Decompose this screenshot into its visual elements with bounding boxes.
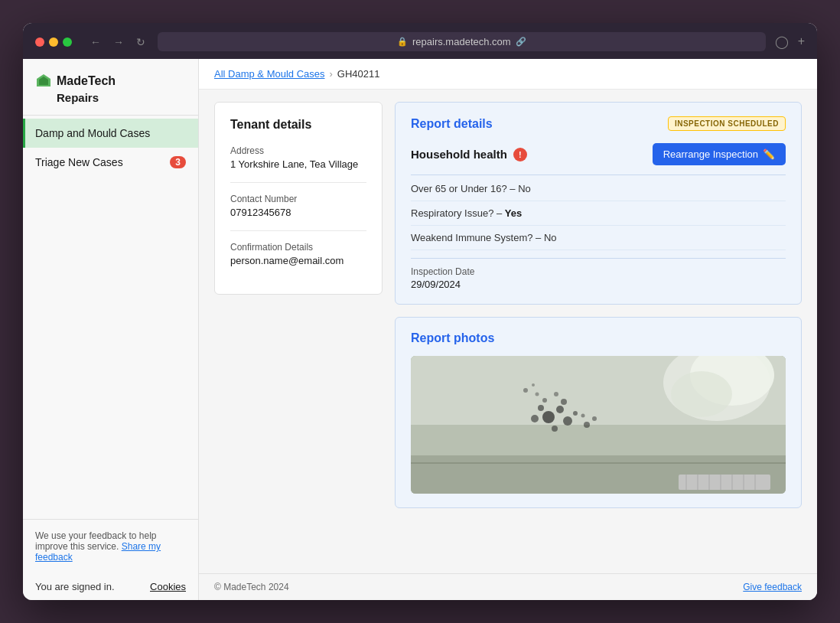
household-health-header: Household health ! Rearrange Inspection … [411,143,786,165]
field-divider [230,182,366,183]
browser-controls: ← → ↻ [87,34,148,50]
health-field-value: No [544,232,557,243]
health-field-label: Respiratory Issue? – [411,207,505,219]
sidebar-nav: Damp and Mould Cases Triage New Cases 3 [23,116,198,519]
svg-point-23 [536,393,539,396]
link-icon: 🔗 [516,37,526,47]
field-divider-2 [230,230,366,231]
report-details-title: Report details [411,117,493,131]
contact-field-group: Contact Number 07912345678 [230,194,366,218]
health-divider [411,175,786,175]
pencil-icon: ✏️ [763,148,775,160]
breadcrumb: All Damp & Mould Cases › GH40211 [199,59,817,90]
health-field-label: Over 65 or Under 16? – [411,183,518,194]
svg-point-13 [531,415,539,422]
breadcrumb-separator: › [330,68,333,80]
svg-point-19 [592,416,597,421]
traffic-lights [35,38,72,47]
mould-photo-svg [411,356,786,494]
address-label: Address [230,145,366,156]
sidebar-item-label: Triage New Cases [35,156,123,168]
sidebar-item-triage[interactable]: Triage New Cases 3 [23,148,198,177]
give-feedback-link[interactable]: Give feedback [743,582,802,592]
reload-button[interactable]: ↻ [133,34,148,50]
health-field-value: No [518,183,531,194]
svg-point-15 [542,398,547,403]
maximize-button[interactable] [63,38,72,47]
sidebar: MadeTech Repairs Damp and Mould Cases Tr… [23,59,199,600]
svg-point-11 [563,416,572,426]
address-value: 1 Yorkshire Lane, Tea Village [230,158,366,170]
inspection-date-value: 29/09/2024 [411,279,786,290]
svg-point-20 [581,414,585,418]
back-button[interactable]: ← [87,34,104,50]
svg-point-17 [554,392,558,396]
lock-icon: 🔒 [397,37,408,47]
address-field-group: Address 1 Yorkshire Lane, Tea Village [230,145,366,170]
svg-rect-25 [679,475,770,490]
cookies-link[interactable]: Cookies [150,581,186,592]
sidebar-bottom: You are signed in. Cookies [23,573,198,600]
report-panel: Report details INSPECTION SCHEDULED Hous… [395,102,802,561]
logo-text: MadeTech [57,74,116,88]
address-bar[interactable]: 🔒 repairs.madetech.com 🔗 [158,32,766,51]
svg-point-7 [671,371,732,417]
report-photo-container [411,356,786,494]
svg-point-22 [532,383,535,387]
svg-point-8 [542,411,555,423]
app-content: MadeTech Repairs Damp and Mould Cases Tr… [23,59,817,600]
breadcrumb-parent[interactable]: All Damp & Mould Cases [214,68,325,80]
health-field-age: Over 65 or Under 16? – No [411,183,786,201]
inspection-date-label: Inspection Date [411,266,786,277]
sidebar-footer: We use your feedback to help improve thi… [23,519,198,573]
report-photos-title: Report photos [411,331,786,345]
status-badge: INSPECTION SCHEDULED [668,116,786,131]
content-area: Tenant details Address 1 Yorkshire Lane,… [199,90,817,573]
signed-in-text: You are signed in. [35,581,115,592]
copyright-text: © MadeTech 2024 [214,582,289,592]
svg-point-16 [561,399,567,405]
confirmation-field-group: Confirmation Details person.name@email.c… [230,242,366,266]
browser-window: ← → ↻ 🔒 repairs.madetech.com 🔗 ◯ + Ma [23,23,817,600]
svg-point-12 [552,426,558,432]
household-health-title: Household health [411,148,507,161]
report-photos-card: Report photos [395,317,802,508]
contact-value: 07912345678 [230,207,366,218]
sidebar-item-label: Damp and Mould Cases [35,127,150,139]
svg-point-10 [538,405,544,411]
forward-button[interactable]: → [110,34,127,50]
alert-icon: ! [513,148,527,161]
user-icon[interactable]: ◯ [775,34,789,49]
breadcrumb-current: GH40211 [337,68,380,80]
health-field-respiratory: Respiratory Issue? – Yes [411,207,786,226]
url-text: repairs.madetech.com [412,36,511,47]
sidebar-logo: MadeTech Repairs [23,59,198,116]
health-divider-2 [411,258,786,259]
inspection-date-group: Inspection Date 29/09/2024 [411,266,786,290]
browser-actions: ◯ + [775,34,805,49]
health-field-value-yes: Yes [505,207,522,219]
svg-point-14 [573,411,578,416]
svg-point-9 [556,406,564,413]
logo-subtitle: Repairs [57,91,186,104]
madetech-logo-icon [35,73,52,90]
confirmation-label: Confirmation Details [230,242,366,253]
health-field-label: Weakend Immune System? – [411,232,544,243]
tenant-card-title: Tenant details [230,118,366,132]
sidebar-item-damp-mould[interactable]: Damp and Mould Cases [23,119,198,148]
household-health-left: Household health ! [411,148,527,161]
logo-row: MadeTech [35,73,186,90]
svg-point-18 [584,422,590,428]
close-button[interactable] [35,38,44,47]
svg-point-21 [523,388,528,393]
report-details-card: Report details INSPECTION SCHEDULED Hous… [395,102,802,305]
minimize-button[interactable] [49,38,58,47]
rearrange-btn-label: Rearrange Inspection [663,148,758,160]
new-tab-icon[interactable]: + [798,34,805,49]
health-field-immune: Weakend Immune System? – No [411,232,786,250]
report-details-header: Report details INSPECTION SCHEDULED [411,116,786,131]
main-footer: © MadeTech 2024 Give feedback [199,573,817,600]
tenant-details-card: Tenant details Address 1 Yorkshire Lane,… [214,102,383,295]
rearrange-inspection-button[interactable]: Rearrange Inspection ✏️ [653,143,786,165]
main-area: All Damp & Mould Cases › GH40211 Tenant … [199,59,817,600]
